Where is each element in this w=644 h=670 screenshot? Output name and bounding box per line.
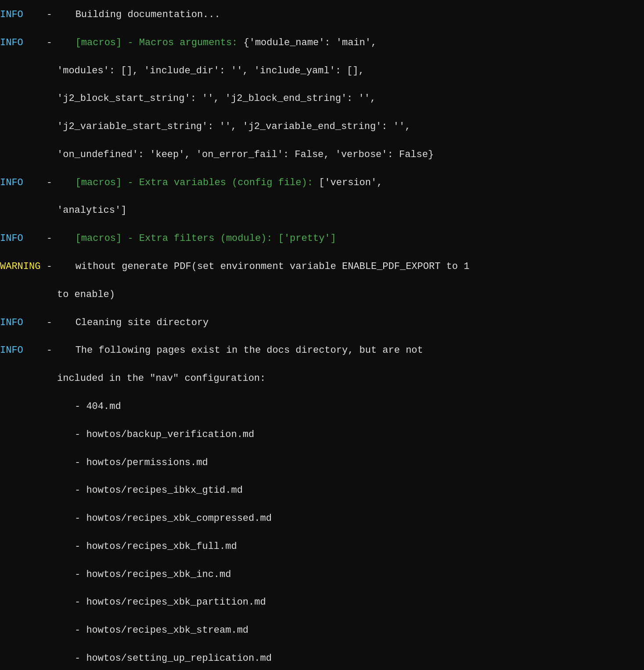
level-info-7: INFO [0, 345, 23, 356]
level-info-3: INFO [0, 177, 23, 188]
level-info-6: INFO [0, 317, 23, 328]
log-line-2: INFO - [macros] - Macros arguments: {'mo… [0, 36, 644, 50]
log-line-7-cont-11: - howtos/setting_up_replication.md [0, 652, 644, 666]
log-line-7: INFO - The following pages exist in the … [0, 344, 644, 358]
log-line-7-cont-7: - howtos/recipes_xbk_full.md [0, 540, 644, 554]
log-line-7-cont-8: - howtos/recipes_xbk_inc.md [0, 568, 644, 582]
log-line-7-cont-10: - howtos/recipes_xbk_stream.md [0, 623, 644, 638]
level-warning-5: WARNING [0, 261, 40, 272]
log-line-5: WARNING - without generate PDF(set envir… [0, 260, 644, 274]
log-line-2-cont-1: 'modules': [], 'include_dir': '', 'inclu… [0, 64, 644, 78]
log-line-7-cont-9: - howtos/recipes_xbk_partition.md [0, 595, 644, 609]
log-line-7-cont-6: - howtos/recipes_xbk_compressed.md [0, 512, 644, 526]
level-info-1: INFO [0, 9, 23, 20]
log-line-1: INFO - Building documentation... [0, 8, 644, 22]
level-info-2: INFO [0, 37, 23, 48]
log-line-7-cont-2: - 404.md [0, 400, 644, 414]
log-line-2-cont-3: 'j2_variable_start_string': '', 'j2_vari… [0, 120, 644, 134]
log-line-7-cont-3: - howtos/backup_verification.md [0, 428, 644, 442]
log-line-7-cont-4: - howtos/permissions.md [0, 456, 644, 470]
log-line-6: INFO - Cleaning site directory [0, 316, 644, 330]
log-line-2-cont-4: 'on_undefined': 'keep', 'on_error_fail':… [0, 148, 644, 162]
log-line-7-cont-1: included in the "nav" configuration: [0, 372, 644, 386]
level-info-4: INFO [0, 233, 23, 244]
log-line-3: INFO - [macros] - Extra variables (confi… [0, 176, 644, 190]
log-line-2-cont-2: 'j2_block_start_string': '', 'j2_block_e… [0, 92, 644, 106]
log-line-3-cont-1: 'analytics'] [0, 204, 644, 218]
log-line-5-cont-1: to enable) [0, 288, 644, 302]
terminal-output: INFO - Building documentation... INFO - … [0, 4, 644, 670]
log-line-7-cont-5: - howtos/recipes_ibkx_gtid.md [0, 484, 644, 498]
log-line-4: INFO - [macros] - Extra filters (module)… [0, 232, 644, 246]
